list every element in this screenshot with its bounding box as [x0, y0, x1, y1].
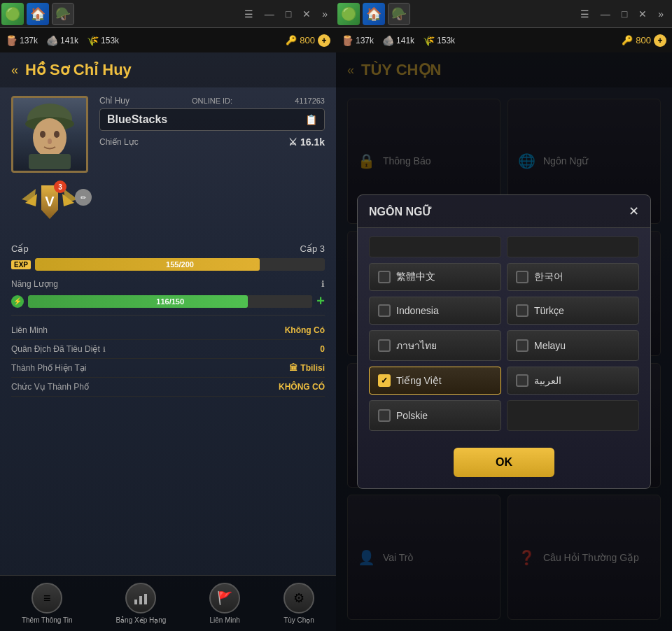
home-icon-left[interactable]: 🏠: [27, 3, 49, 25]
menu-btn-right[interactable]: ☰: [578, 7, 592, 21]
nav-icon-info: ≡: [31, 583, 62, 614]
game-icon-left[interactable]: 🪖: [52, 3, 74, 25]
alliance-value: Không Có: [285, 325, 325, 335]
lang-item-4[interactable]: ภาษาไทย: [369, 330, 501, 361]
maximize-btn-left[interactable]: □: [283, 7, 294, 21]
bluestacks-icon-right[interactable]: 🟢: [337, 3, 360, 25]
nav-item-ranking[interactable]: Bảng Xếp Hạng: [115, 583, 166, 624]
city-label: Thành Phố Hiện Tại: [11, 363, 87, 373]
ok-button[interactable]: OK: [454, 448, 554, 477]
close-btn-right[interactable]: ✕: [636, 7, 650, 21]
bottom-nav: ≡ Thêm Thông Tin Bảng Xếp Hạng 🚩 Liên Mi…: [0, 575, 336, 631]
rank-svg: V 3: [22, 178, 78, 224]
bluestacks-icon-left[interactable]: 🟢: [1, 3, 24, 25]
lang-item-3[interactable]: Türkçe: [507, 297, 639, 325]
dialog-header: NGÔN NGỮ ✕: [358, 195, 650, 228]
lang-item-6[interactable]: Tiếng Việt: [369, 367, 501, 395]
lang-checkbox-7[interactable]: [516, 374, 528, 387]
back-button-left[interactable]: «: [11, 63, 18, 78]
energy-info-icon[interactable]: ℹ: [321, 279, 325, 289]
energy-bar-track: 116/150: [28, 295, 312, 308]
nav-item-alliance[interactable]: 🚩 Liên Minh: [209, 583, 240, 624]
lang-item-0[interactable]: 繁體中文: [369, 263, 501, 291]
more-btn-right[interactable]: »: [655, 7, 666, 21]
minimize-btn-right[interactable]: —: [598, 7, 613, 21]
gold-value: 800: [300, 35, 315, 45]
exp-bar-text: 155/200: [166, 260, 194, 269]
lang-placeholder-3: [507, 400, 639, 431]
nav-item-options[interactable]: ⚙ Tùy Chọn: [284, 583, 314, 624]
lang-top-row: [369, 236, 639, 257]
energy-plus-btn[interactable]: +: [316, 293, 325, 309]
lang-item-2[interactable]: Indonesia: [369, 297, 501, 325]
alliance-item: Liên Minh Không Có: [11, 321, 325, 340]
energy-label: Năng Lượng: [11, 279, 58, 289]
svg-rect-12: [144, 594, 147, 604]
dialog-close-btn[interactable]: ✕: [629, 204, 639, 219]
food-icon-r: 🌾: [423, 35, 435, 46]
svg-point-4: [54, 131, 59, 138]
maximize-btn-right[interactable]: □: [619, 7, 630, 21]
nav-icon-ranking: [125, 583, 156, 614]
avatar-svg: [15, 99, 85, 169]
lang-checkbox-0[interactable]: [378, 271, 391, 283]
alliance-label: Liên Minh: [11, 325, 48, 335]
level-label: Cấp: [11, 243, 29, 254]
username-text: BlueStacks: [107, 113, 300, 126]
lang-name-1: 한국어: [534, 271, 564, 283]
position-value: KHÔNG CÓ: [279, 382, 325, 392]
level-row: Cấp Cấp 3: [11, 243, 325, 254]
stone-value: 141k: [60, 36, 78, 45]
lang-checkbox-8[interactable]: [378, 409, 391, 422]
more-btn-left[interactable]: »: [319, 7, 330, 21]
main-content: « Hồ Sơ Chỉ Huy: [0, 52, 672, 631]
username-row: BlueStacks 📋: [99, 108, 325, 131]
lang-item-8[interactable]: Polskie: [369, 400, 501, 431]
game-icon-right[interactable]: 🪖: [388, 3, 410, 25]
gold-plus-btn-r[interactable]: +: [654, 34, 666, 47]
wood-icon: 🪵: [6, 35, 18, 46]
lang-checkbox-1[interactable]: [516, 271, 528, 283]
gold-icon: 🔑: [286, 35, 297, 45]
svg-text:V: V: [45, 194, 55, 209]
killed-info-icon[interactable]: ℹ: [103, 346, 106, 353]
nav-item-info[interactable]: ≡ Thêm Thông Tin: [22, 583, 73, 624]
dialog-body: 繁體中文 한국어 Indonesia Türkçe: [358, 228, 650, 439]
edit-username-icon[interactable]: 📋: [305, 114, 317, 125]
exp-label: EXP: [11, 260, 31, 269]
online-id-value: 4117263: [295, 97, 325, 105]
lang-checkbox-6[interactable]: [378, 374, 391, 387]
energy-bar-fill: [28, 295, 248, 308]
lang-item-1[interactable]: 한국어: [507, 263, 639, 291]
lang-item-7[interactable]: العربية: [507, 367, 639, 395]
energy-bar-text: 116/150: [156, 297, 184, 306]
energy-label-row: Năng Lượng ℹ: [11, 279, 325, 289]
svg-rect-11: [139, 596, 142, 604]
svg-rect-6: [29, 154, 71, 169]
dialog-overlay[interactable]: NGÔN NGỮ ✕ 繁體中文: [336, 52, 672, 631]
killed-label: Quân Địch Đã Tiêu Diệt ℹ: [11, 344, 106, 354]
close-btn-left[interactable]: ✕: [300, 7, 314, 21]
lang-checkbox-5[interactable]: [516, 339, 528, 352]
gold-plus-btn[interactable]: +: [318, 34, 330, 47]
divider-1: [11, 315, 325, 316]
stone-resource: 🪨 141k: [46, 35, 78, 46]
energy-bar-wrapper: ⚡ 116/150 +: [11, 293, 325, 309]
stone-icon-r: 🪨: [382, 35, 394, 46]
home-icon-right[interactable]: 🏠: [363, 3, 385, 25]
battle-number: 16.1k: [300, 136, 325, 148]
nav-label-info: Thêm Thông Tin: [22, 616, 73, 624]
lang-item-5[interactable]: Melayu: [507, 330, 639, 361]
avatar-edit-badge[interactable]: ✏: [75, 189, 92, 206]
food-value: 153k: [101, 36, 119, 45]
menu-btn-left[interactable]: ☰: [241, 7, 256, 21]
lang-checkbox-3[interactable]: [516, 304, 528, 317]
left-panel-title: Hồ Sơ Chỉ Huy: [25, 61, 132, 79]
lang-grid: 繁體中文 한국어 Indonesia Türkçe: [369, 263, 639, 431]
minimize-btn-left[interactable]: —: [262, 7, 277, 21]
nav-label-alliance: Liên Minh: [210, 616, 240, 624]
online-id-label: ONLINE ID:: [192, 97, 232, 105]
lang-checkbox-4[interactable]: [378, 339, 391, 352]
resource-bar: 🪵 137k 🪨 141k 🌾 153k 🔑 800 + 🪵 137k 🪨 14…: [0, 28, 672, 52]
lang-checkbox-2[interactable]: [378, 304, 391, 317]
